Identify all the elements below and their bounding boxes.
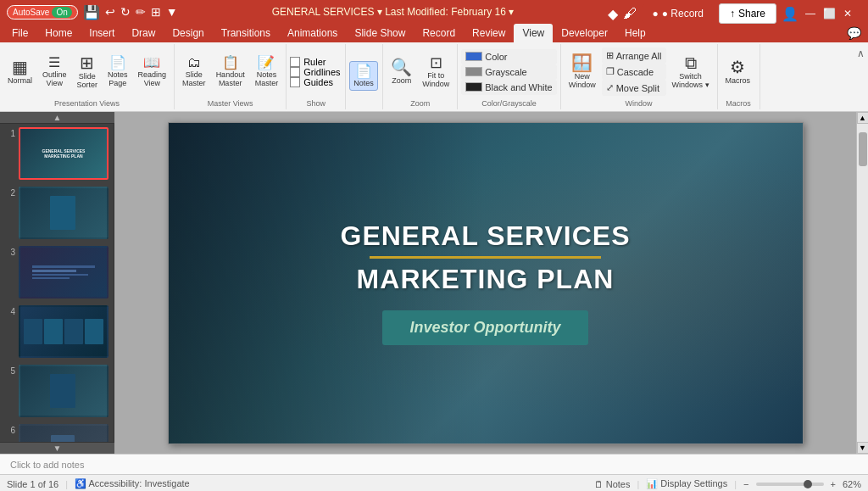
menu-slideshow[interactable]: Slide Show: [346, 24, 414, 42]
group-show-label: Show: [290, 98, 342, 108]
undo-icon[interactable]: ↩: [105, 5, 115, 19]
autosave-state: On: [52, 7, 71, 18]
record-button-title[interactable]: ● ● Record: [642, 4, 714, 23]
slide-scroll-down[interactable]: ▼: [0, 442, 114, 454]
comments-icon[interactable]: 💬: [847, 26, 861, 40]
gridlines-checkbox[interactable]: [290, 67, 300, 77]
normal-view-button[interactable]: ▦ Normal: [3, 55, 36, 88]
scroll-up-arrow[interactable]: ▲: [857, 112, 869, 124]
notes-bar[interactable]: Click to add notes: [0, 454, 868, 474]
layout-icon[interactable]: ⊞: [151, 5, 161, 19]
menu-design[interactable]: Design: [164, 24, 212, 42]
menu-view[interactable]: View: [514, 24, 553, 42]
zoom-level[interactable]: 62%: [843, 479, 861, 489]
accessibility-info[interactable]: ♿ Accessibility: Investigate: [75, 478, 190, 489]
handout-master-button[interactable]: 📋 HandoutMaster: [212, 53, 249, 91]
ribbon-collapse-button[interactable]: ∧: [857, 47, 865, 59]
slide-master-button[interactable]: 🗂 SlideMaster: [178, 53, 210, 91]
menu-draw[interactable]: Draw: [123, 24, 164, 42]
pen-icon[interactable]: ✏: [136, 5, 146, 19]
macros-button[interactable]: ⚙ Macros: [721, 55, 755, 88]
menu-record[interactable]: Record: [414, 24, 464, 42]
switch-windows-button[interactable]: ⧉ SwitchWindows ▾: [668, 51, 714, 92]
thumb-content-5: [47, 371, 81, 411]
zoom-thumb[interactable]: [804, 480, 812, 488]
move-split-button[interactable]: ⤢ Move Split: [602, 80, 666, 96]
save-icon[interactable]: 💾: [83, 4, 100, 20]
group-presentation-views-label: Presentation Views: [3, 98, 170, 108]
slide-title-line1: GENERAL SERVICES: [340, 220, 630, 252]
title-bar-title: GENERAL SERVICES ▾ Last Modified: Februa…: [178, 6, 609, 18]
menu-help[interactable]: Help: [616, 24, 654, 42]
slide-img-2[interactable]: [19, 187, 108, 239]
slide-thumb-6[interactable]: 6: [3, 422, 110, 442]
slide-content: GENERAL SERVICES MARKETING PLAN Investor…: [323, 204, 647, 363]
guides-checkbox[interactable]: [290, 77, 300, 87]
arrange-all-icon: ⊞: [606, 50, 614, 61]
menu-home[interactable]: Home: [36, 24, 81, 42]
menu-review[interactable]: Review: [464, 24, 514, 42]
menu-insert[interactable]: Insert: [81, 24, 123, 42]
ruler-checkbox[interactable]: [290, 57, 300, 67]
more-icon[interactable]: ▼: [166, 5, 178, 19]
menu-transitions[interactable]: Transitions: [213, 24, 279, 42]
menu-file[interactable]: File: [3, 24, 36, 42]
notes-page-button[interactable]: 📄 NotesPage: [103, 53, 132, 91]
maximize-button[interactable]: ⬜: [822, 7, 836, 20]
black-white-button[interactable]: Black and White: [461, 80, 556, 95]
slide-img-5[interactable]: [19, 365, 108, 417]
grayscale-label: Grayscale: [485, 67, 527, 77]
slide-thumb-1[interactable]: 1 GENERAL SERVICESMARKETING PLAN: [3, 126, 110, 181]
title-bar: AutoSave On 💾 ↩ ↻ ✏ ⊞ ▼ GENERAL SERVICES…: [0, 0, 868, 24]
slide-canvas[interactable]: GENERAL SERVICES MARKETING PLAN Investor…: [168, 122, 804, 444]
show-checkboxes: Ruler Gridlines Guides: [290, 57, 340, 87]
group-zoom-content: 🔍 Zoom ⊡ Fit toWindow: [387, 46, 453, 98]
thumb-col-4a: [24, 319, 42, 344]
thumb-col-4d: [85, 319, 103, 344]
cascade-button[interactable]: ❐ Cascade: [602, 64, 666, 80]
slide-img-inner-5: [20, 366, 107, 416]
scrollbar-thumb[interactable]: [859, 132, 867, 166]
notes-master-button[interactable]: 📝 NotesMaster: [251, 53, 283, 91]
outline-view-button[interactable]: ☰ OutlineView: [38, 53, 71, 91]
gridlines-checkbox-row[interactable]: Gridlines: [290, 67, 340, 77]
menu-animations[interactable]: Animations: [279, 24, 346, 42]
scroll-down-arrow[interactable]: ▼: [857, 442, 869, 454]
slide-scroll-up[interactable]: ▲: [0, 112, 114, 124]
arrange-all-button[interactable]: ⊞ Arrange All: [602, 47, 666, 64]
slide-img-1[interactable]: GENERAL SERVICESMARKETING PLAN: [19, 127, 108, 180]
autosave-toggle[interactable]: AutoSave On: [7, 5, 78, 20]
grayscale-button[interactable]: Grayscale: [461, 64, 556, 80]
menu-developer[interactable]: Developer: [553, 24, 616, 42]
slide-thumb-4[interactable]: 4: [3, 304, 110, 360]
slide-sorter-button[interactable]: ⊞ SlideSorter: [73, 51, 103, 92]
slide-img-4[interactable]: [19, 305, 108, 358]
slide-img-3[interactable]: [19, 246, 108, 299]
zoom-button[interactable]: 🔍 Zoom: [387, 55, 416, 88]
fit-window-button[interactable]: ⊡ Fit toWindow: [418, 52, 453, 92]
zoom-in-btn[interactable]: +: [831, 479, 836, 489]
group-window-content: 🪟 NewWindow ⊞ Arrange All ❐ Cascade ⤢ Mo…: [565, 46, 714, 98]
new-window-button[interactable]: 🪟 NewWindow: [565, 51, 600, 92]
zoom-slider[interactable]: [756, 483, 824, 486]
ribbon-tab-bar: File Home Insert Draw Design Transitions…: [0, 24, 868, 42]
notes-status[interactable]: 🗒 Notes: [594, 479, 631, 489]
ruler-checkbox-row[interactable]: Ruler: [290, 57, 340, 67]
reading-view-button[interactable]: 📖 ReadingView: [134, 53, 171, 91]
thumb-content-4: [20, 315, 107, 348]
zoom-out-btn[interactable]: −: [743, 479, 748, 489]
redo-icon[interactable]: ↻: [120, 5, 131, 19]
slide-img-6[interactable]: [19, 424, 108, 442]
slide-thumb-3[interactable]: 3: [3, 244, 110, 300]
share-button[interactable]: ↑ Share: [719, 3, 776, 24]
display-settings[interactable]: 📊 Display Settings: [646, 478, 727, 489]
guides-checkbox-row[interactable]: Guides: [290, 77, 340, 87]
slide-thumb-5[interactable]: 5: [3, 363, 110, 419]
minimize-button[interactable]: —: [804, 7, 817, 20]
color-button[interactable]: Color: [461, 49, 556, 64]
arrange-all-label: Arrange All: [616, 51, 662, 61]
slide-thumb-2[interactable]: 2: [3, 185, 110, 241]
close-button[interactable]: ✕: [841, 7, 854, 20]
thumb-content-3: [29, 260, 98, 284]
notes-button[interactable]: 📄 Notes: [349, 61, 378, 91]
